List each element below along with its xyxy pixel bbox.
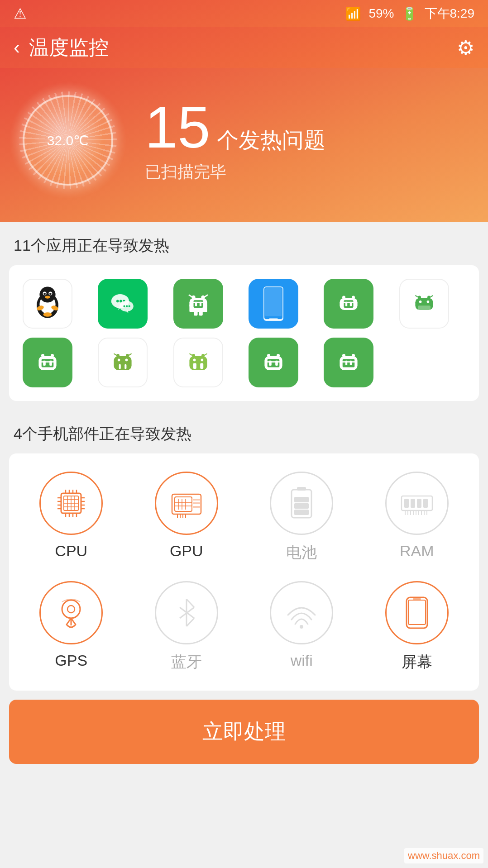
hero-section: 32.0℃ 15 个发热问题 已扫描完毕	[0, 68, 488, 222]
svg-rect-65	[114, 356, 132, 370]
list-item[interactable]	[399, 279, 449, 329]
svg-point-12	[116, 300, 119, 303]
svg-point-5	[43, 293, 46, 295]
component-screen[interactable]: 屏幕	[364, 581, 470, 672]
svg-rect-128	[193, 499, 200, 501]
svg-point-6	[49, 293, 52, 295]
svg-rect-78	[200, 363, 203, 369]
svg-point-88	[352, 354, 355, 357]
svg-rect-29	[194, 310, 197, 316]
svg-rect-85	[267, 361, 280, 362]
battery-label: 电池	[286, 542, 317, 563]
list-item[interactable]	[324, 338, 373, 387]
svg-rect-159	[408, 600, 426, 625]
svg-rect-60	[41, 361, 54, 362]
svg-rect-37	[265, 288, 282, 316]
list-item[interactable]	[23, 338, 72, 387]
svg-point-66	[118, 359, 120, 362]
wifi-label: wifi	[291, 652, 313, 669]
svg-rect-57	[41, 359, 54, 368]
svg-point-157	[300, 625, 303, 629]
gps-label: GPS	[55, 652, 87, 669]
cpu-label: CPU	[55, 542, 87, 560]
scan-status: 已扫描完毕	[145, 161, 325, 183]
wifi-status-icon: 📶	[345, 6, 361, 21]
battery-icon: 🔋	[402, 6, 417, 21]
component-gps[interactable]: GPS	[18, 581, 124, 672]
list-item[interactable]	[98, 338, 148, 387]
svg-point-13	[120, 300, 122, 303]
alert-icon: ⚠	[14, 5, 27, 22]
svg-rect-38	[269, 318, 278, 320]
svg-rect-134	[294, 503, 309, 509]
svg-rect-130	[193, 506, 200, 508]
component-bluetooth[interactable]: 蓝牙	[134, 581, 240, 672]
svg-rect-140	[423, 499, 428, 508]
svg-rect-158	[407, 597, 427, 628]
svg-rect-42	[344, 300, 354, 308]
gps-circle	[39, 581, 103, 644]
gpu-circle	[155, 472, 218, 535]
list-item[interactable]	[324, 279, 373, 329]
svg-point-87	[342, 354, 345, 357]
svg-rect-31	[193, 300, 203, 308]
header: ‹ 温度监控 ⚙	[0, 27, 488, 68]
time-display: 下午8:29	[425, 5, 475, 22]
list-item[interactable]	[98, 279, 148, 329]
svg-line-153	[187, 599, 194, 607]
svg-rect-132	[297, 487, 306, 491]
ram-circle	[385, 472, 449, 535]
svg-rect-92	[342, 361, 355, 362]
watermark: www.shuax.com	[404, 848, 483, 863]
svg-rect-161	[413, 598, 421, 600]
temperature-display: 32.0℃	[47, 133, 89, 148]
svg-point-150	[62, 600, 80, 618]
component-ram[interactable]: RAM	[364, 472, 470, 563]
svg-point-67	[125, 359, 128, 362]
svg-point-81	[277, 354, 280, 357]
component-gpu[interactable]: GPU	[134, 472, 240, 563]
issue-count: 15	[145, 98, 211, 157]
svg-point-55	[41, 354, 44, 357]
list-item[interactable]	[249, 279, 298, 329]
settings-button[interactable]: ⚙	[457, 36, 474, 59]
status-bar: ⚠ 📶 59% 🔋 下午8:29	[0, 0, 488, 27]
svg-point-10	[43, 312, 52, 317]
svg-rect-69	[125, 364, 127, 369]
svg-rect-118	[175, 497, 192, 511]
component-wifi[interactable]: wifi	[249, 581, 355, 672]
components-section-title: 4个手机部件正在导致发热	[0, 410, 488, 453]
app-grid	[9, 265, 479, 401]
list-item[interactable]	[23, 279, 72, 329]
svg-rect-53	[418, 305, 431, 310]
svg-point-56	[51, 354, 54, 357]
apps-section-title: 11个应用正在导致发热	[0, 222, 488, 265]
svg-point-51	[419, 300, 421, 303]
svg-rect-30	[199, 310, 202, 316]
screen-label: 屏幕	[402, 652, 432, 672]
svg-rect-129	[193, 502, 200, 504]
svg-point-18	[129, 305, 130, 307]
svg-line-155	[187, 618, 194, 626]
component-battery[interactable]: 电池	[249, 472, 355, 563]
hero-info: 15 个发热问题 已扫描完毕	[145, 98, 325, 183]
back-button[interactable]: ‹	[14, 37, 20, 58]
svg-point-76	[201, 359, 203, 362]
list-item[interactable]	[173, 279, 223, 329]
svg-rect-34	[193, 302, 203, 303]
svg-rect-138	[411, 499, 415, 508]
svg-rect-133	[294, 510, 309, 515]
action-button[interactable]: 立即处理	[9, 700, 479, 764]
svg-point-80	[267, 354, 270, 357]
gpu-label: GPU	[170, 542, 203, 560]
svg-rect-74	[189, 356, 207, 370]
svg-rect-137	[404, 499, 409, 508]
list-item[interactable]	[173, 338, 223, 387]
bluetooth-label: 蓝牙	[171, 652, 202, 672]
signal-strength: 59%	[368, 6, 394, 21]
svg-point-151	[67, 606, 75, 613]
svg-point-7	[45, 296, 50, 298]
bluetooth-circle	[155, 581, 218, 644]
list-item[interactable]	[249, 338, 298, 387]
component-cpu[interactable]: CPU	[18, 472, 124, 563]
